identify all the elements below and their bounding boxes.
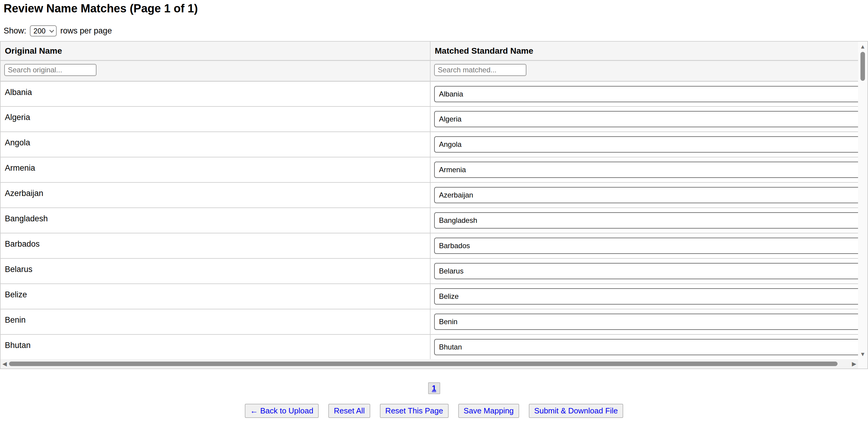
horizontal-scrollbar[interactable]: ◀ ▶ xyxy=(1,359,858,368)
table-body: Albania Algeria Angola Armenia Azerbaija… xyxy=(1,81,858,359)
table-row: Benin xyxy=(1,309,858,334)
matched-name-input[interactable] xyxy=(434,187,858,203)
original-name-cell: Bhutan xyxy=(1,334,430,359)
table-row: Albania xyxy=(1,81,858,106)
matched-name-input[interactable] xyxy=(434,136,858,153)
search-original-cell xyxy=(1,60,430,81)
reset-this-page-button[interactable]: Reset This Page xyxy=(380,404,448,418)
matched-name-input[interactable] xyxy=(434,263,858,279)
rows-per-page-select[interactable]: 200 xyxy=(30,25,57,36)
scrollbar-corner xyxy=(858,359,867,368)
match-table-wrapper: Original Name Matched Standard Name Alba… xyxy=(0,41,868,369)
original-name-cell: Barbados xyxy=(1,233,430,258)
matched-name-cell xyxy=(430,182,858,208)
matched-name-cell xyxy=(430,258,858,284)
search-original-input[interactable] xyxy=(4,64,96,76)
scroll-right-icon[interactable]: ▶ xyxy=(852,361,856,367)
matched-name-cell xyxy=(430,208,858,233)
matched-name-input[interactable] xyxy=(434,339,858,355)
pagination: 1 xyxy=(0,382,868,394)
table-row: Bangladesh xyxy=(1,208,858,233)
original-name-cell: Armenia xyxy=(1,157,430,182)
vertical-scrollbar[interactable]: ▲ ▼ xyxy=(858,41,867,359)
matched-name-cell xyxy=(430,81,858,106)
page-title: Review Name Matches (Page 1 of 1) xyxy=(4,2,868,16)
matched-name-cell xyxy=(430,132,858,157)
matched-name-input[interactable] xyxy=(434,111,858,127)
original-name-cell: Benin xyxy=(1,309,430,334)
scroll-down-icon[interactable]: ▼ xyxy=(860,351,866,357)
table-row: Algeria xyxy=(1,106,858,132)
submit-download-button[interactable]: Submit & Download File xyxy=(529,404,623,418)
matched-name-header: Matched Standard Name xyxy=(430,41,858,61)
search-matched-cell xyxy=(430,60,858,81)
page-1-button[interactable]: 1 xyxy=(428,382,440,394)
table-row: Belarus xyxy=(1,258,858,284)
action-buttons: ← Back to Upload Reset All Reset This Pa… xyxy=(0,404,868,418)
original-name-cell: Albania xyxy=(1,81,430,106)
header-row: Original Name Matched Standard Name xyxy=(1,41,858,61)
save-mapping-button[interactable]: Save Mapping xyxy=(458,404,519,418)
table-row: Armenia xyxy=(1,157,858,182)
table-row: Belize xyxy=(1,284,858,309)
reset-all-button[interactable]: Reset All xyxy=(328,404,370,418)
show-label: Show: xyxy=(4,26,26,36)
original-name-cell: Bangladesh xyxy=(1,208,430,233)
table-row: Angola xyxy=(1,132,858,157)
back-to-upload-button[interactable]: ← Back to Upload xyxy=(245,404,319,418)
horizontal-scrollbar-thumb[interactable] xyxy=(9,362,838,366)
original-name-cell: Belarus xyxy=(1,258,430,284)
original-name-cell: Belize xyxy=(1,284,430,309)
table-row: Barbados xyxy=(1,233,858,258)
original-name-cell: Angola xyxy=(1,132,430,157)
matched-name-cell xyxy=(430,334,858,359)
rows-per-page-controls: Show: 200 rows per page xyxy=(4,25,868,37)
search-matched-input[interactable] xyxy=(434,64,526,76)
rows-per-page-select-wrap: 200 xyxy=(30,25,57,36)
match-table: Original Name Matched Standard Name Alba… xyxy=(1,41,858,359)
match-table-viewport: Original Name Matched Standard Name Alba… xyxy=(1,41,858,359)
matched-name-cell xyxy=(430,309,858,334)
matched-name-input[interactable] xyxy=(434,238,858,254)
vertical-scrollbar-thumb[interactable] xyxy=(861,52,865,81)
matched-name-input[interactable] xyxy=(434,288,858,305)
scroll-up-icon[interactable]: ▲ xyxy=(860,44,866,50)
original-name-cell: Azerbaijan xyxy=(1,182,430,208)
matched-name-cell xyxy=(430,233,858,258)
rows-per-page-suffix: rows per page xyxy=(60,26,112,36)
scroll-left-icon[interactable]: ◀ xyxy=(2,361,7,367)
matched-name-input[interactable] xyxy=(434,162,858,178)
matched-name-cell xyxy=(430,157,858,182)
search-row xyxy=(1,60,858,81)
original-name-header: Original Name xyxy=(1,41,430,61)
matched-name-cell xyxy=(430,284,858,309)
matched-name-input[interactable] xyxy=(434,86,858,102)
original-name-cell: Algeria xyxy=(1,106,430,132)
matched-name-cell xyxy=(430,106,858,132)
matched-name-input[interactable] xyxy=(434,314,858,330)
table-row: Bhutan xyxy=(1,334,858,359)
table-row: Azerbaijan xyxy=(1,182,858,208)
matched-name-input[interactable] xyxy=(434,212,858,228)
